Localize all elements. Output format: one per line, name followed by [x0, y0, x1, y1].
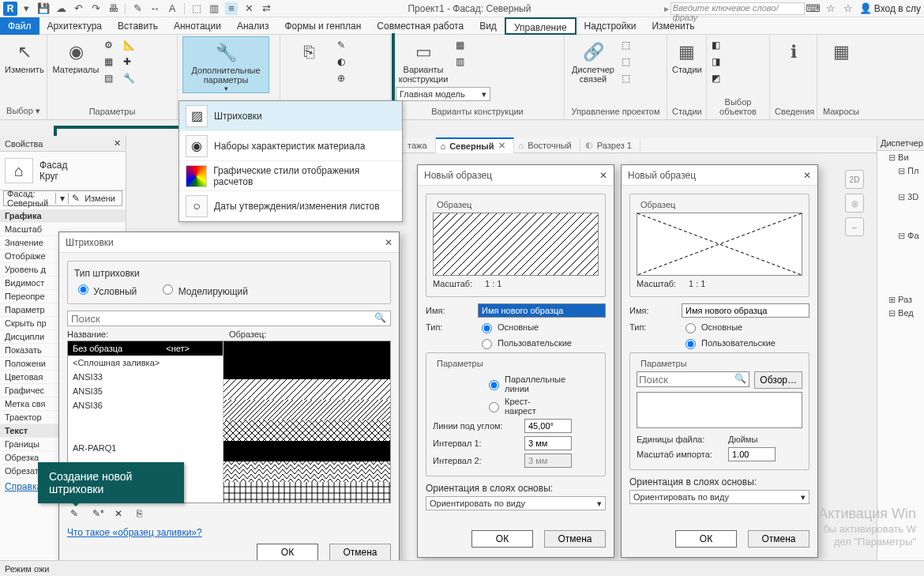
ok-button[interactable]: ОК	[471, 530, 533, 548]
tree-item[interactable]: ⊟ Вед	[877, 307, 924, 320]
tool-additional-parameters[interactable]: 🔧Дополнительные параметры▾	[182, 36, 269, 93]
orientation-combo[interactable]: Ориентировать по виду▾	[629, 490, 809, 504]
pattern-row[interactable]: ANSI35	[68, 384, 223, 398]
delete-pattern-icon[interactable]: ✕	[115, 508, 129, 522]
browse-button[interactable]: Обзор…	[754, 371, 802, 389]
qat-close-icon[interactable]: ✕	[242, 2, 255, 15]
tree-item[interactable]	[877, 268, 924, 280]
pattern-name-input[interactable]	[682, 303, 809, 318]
settings-small-buttons-2[interactable]: 📐✚🔧	[123, 36, 137, 87]
tree-item[interactable]: ⊞ Раз	[877, 293, 924, 307]
star-icon[interactable]: ☆	[842, 2, 855, 15]
settings-small-buttons[interactable]: ⚙▦▤	[104, 36, 118, 87]
what-is-fill-link[interactable]: Что такое «образец заливки»?	[67, 527, 391, 537]
qat-thin-icon[interactable]: ≡	[225, 2, 238, 15]
navcube-icon[interactable]: 2D	[845, 170, 864, 189]
qat-sync-icon[interactable]: ☁	[54, 2, 67, 15]
qat-text-icon[interactable]: A	[166, 2, 178, 15]
tree-item[interactable]	[877, 204, 924, 216]
tool-design-options[interactable]: ▭Варианты конструкции	[396, 36, 451, 84]
tree-item[interactable]	[877, 243, 924, 255]
tool-phases[interactable]: ▦Стадии	[672, 36, 702, 74]
ok-button[interactable]: ОК	[675, 530, 737, 548]
radio-crosshatch[interactable]: Крест-накрест	[485, 397, 532, 416]
keyboard-icon[interactable]: ⌨	[807, 2, 820, 15]
dialog-close-icon[interactable]: ✕	[599, 170, 607, 181]
menu-annotations[interactable]: Аннотации	[166, 17, 229, 35]
radio-drafting[interactable]: Условный	[74, 282, 137, 297]
pattern-row[interactable]: Без образца <нет>	[68, 341, 223, 356]
tool-manage-links[interactable]: 🔗Диспетчер связей	[569, 36, 617, 84]
pattern-row[interactable]: ANSI33	[68, 370, 223, 384]
tool-macros[interactable]: ▦	[822, 36, 860, 65]
view-tab-section[interactable]: ◐ Разрез 1	[580, 137, 640, 153]
custom-pattern-list[interactable]	[637, 392, 802, 428]
view-instance-combo[interactable]: Фасад: Северный▾ ✎ Измени	[3, 190, 122, 206]
tree-item[interactable]	[877, 216, 924, 229]
tree-item[interactable]	[877, 178, 924, 190]
menu-modify[interactable]: Изменить	[644, 17, 702, 35]
tree-item[interactable]: ⊟ Пл	[877, 164, 924, 178]
menu-collaborate[interactable]: Совместная работа	[369, 17, 471, 35]
tree-item[interactable]	[877, 280, 924, 293]
dropdown-sheet-issues[interactable]: ○ Даты утверждения/изменения листов	[179, 191, 402, 221]
radio-basic[interactable]: Основные	[682, 321, 729, 333]
cancel-button[interactable]: Отмена	[329, 544, 391, 561]
tool-shared[interactable]: ⎘	[285, 36, 332, 65]
qat-section-icon[interactable]: ▥	[208, 2, 220, 15]
qat-measure-icon[interactable]: ✎	[131, 2, 144, 15]
radio-parallel-lines[interactable]: Параллельные линии	[485, 375, 532, 393]
qat-switch-icon[interactable]: ⇄	[260, 2, 272, 15]
qat-save-icon[interactable]: 💾	[37, 2, 50, 15]
qat-undo-icon[interactable]: ↶	[72, 2, 85, 15]
interval1-input[interactable]	[524, 436, 572, 450]
menu-analyze[interactable]: Анализ	[229, 17, 277, 35]
menu-file[interactable]: Файл	[0, 17, 39, 35]
radio-basic[interactable]: Основные	[478, 321, 525, 333]
dialog-close-icon[interactable]: ✕	[803, 170, 811, 181]
close-icon[interactable]: ✕	[498, 141, 505, 151]
tool-inquiry[interactable]: ℹ	[775, 36, 812, 65]
custom-pattern-search[interactable]	[637, 371, 749, 387]
qat-3d-icon[interactable]: ⬚	[190, 2, 203, 15]
radio-model[interactable]: Моделирующий	[159, 282, 248, 297]
share-icon[interactable]: ☆	[824, 2, 837, 15]
pattern-row[interactable]	[68, 412, 223, 427]
nav-wheel-icon[interactable]: ◎	[845, 194, 864, 213]
dialog-close-icon[interactable]: ✕	[385, 237, 393, 248]
angle-input[interactable]	[524, 419, 572, 433]
pattern-search-input[interactable]	[67, 311, 391, 326]
qat-redo-icon[interactable]: ↷	[89, 2, 102, 15]
tool-modify[interactable]: ↖Изменить	[5, 36, 44, 74]
menu-architecture[interactable]: Архитектура	[39, 17, 111, 35]
tree-item[interactable]: ⊟ Фа	[877, 229, 924, 243]
tree-item[interactable]	[877, 255, 924, 268]
menu-addins[interactable]: Надстройки	[577, 17, 644, 35]
tree-item[interactable]: ⊟ Ви	[877, 151, 924, 164]
ok-button[interactable]: ОК	[257, 544, 318, 561]
orientation-combo[interactable]: Ориентировать по виду▾	[426, 496, 606, 510]
view-tab-east[interactable]: ⌂ Восточный	[514, 137, 580, 153]
dropdown-fill-patterns[interactable]: ▨ Штриховки	[179, 101, 402, 131]
tool-materials[interactable]: ◉Материалы	[52, 36, 100, 74]
pattern-name-input[interactable]	[478, 303, 606, 318]
import-scale-input[interactable]	[728, 447, 776, 461]
menu-manage[interactable]: Управление	[505, 17, 577, 35]
pattern-row[interactable]: <Сплошная заливка>	[68, 356, 223, 370]
pattern-row[interactable]	[68, 427, 223, 441]
radio-custom[interactable]: Пользовательские	[682, 337, 729, 349]
view-tab-north[interactable]: ⌂ Северный ✕	[436, 137, 514, 153]
dropdown-analysis-display[interactable]: Графические стили отображения расчетов	[179, 161, 402, 191]
pattern-row[interactable]: ANSI36	[68, 398, 223, 412]
help-search-input[interactable]: Введите ключевое слово/фразу	[670, 2, 805, 15]
cancel-button[interactable]: Отмена	[544, 530, 606, 548]
type-selector-icon[interactable]: ⌂	[5, 158, 33, 183]
login-link[interactable]: Вход в слу	[874, 3, 921, 14]
pattern-row[interactable]: AR-PARQ1	[68, 441, 223, 455]
qat-print-icon[interactable]: 🖶	[107, 2, 119, 15]
cancel-button[interactable]: Отмена	[748, 530, 809, 548]
duplicate-pattern-icon[interactable]: ⎘	[137, 508, 151, 522]
nav-pan-icon[interactable]: ↔	[845, 217, 864, 236]
edit-pattern-icon[interactable]: ✎*	[92, 508, 107, 522]
dropdown-material-assets[interactable]: ◉ Наборы характеристик материала	[179, 131, 402, 161]
